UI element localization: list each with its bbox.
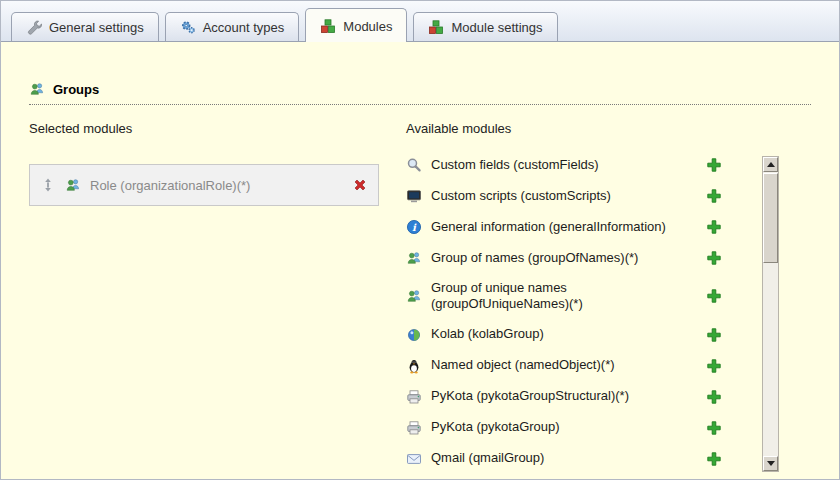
add-module-button[interactable] (705, 288, 722, 305)
available-module-label: General information (generalInformation) (431, 219, 696, 235)
remove-module-button[interactable] (351, 177, 368, 194)
delete-icon (352, 177, 368, 193)
printer-icon (406, 389, 422, 405)
scroll-thumb[interactable] (763, 173, 778, 263)
available-module-label: Kolab (kolabGroup) (431, 326, 696, 342)
selected-modules-list: Role (organizationalRole)(*) (29, 164, 379, 206)
plus-icon (706, 389, 722, 405)
magnifier-icon (406, 157, 422, 173)
group-icon (406, 288, 422, 304)
arrow-up-icon (767, 162, 775, 167)
add-module-button[interactable] (705, 326, 722, 343)
plus-icon (706, 358, 722, 374)
tab-label: Modules (343, 19, 392, 34)
available-module-label: Group of names (groupOfNames)(*) (431, 250, 696, 266)
terminal-icon (406, 188, 422, 204)
tab-label: General settings (49, 20, 144, 35)
available-module-label: PyKota (pykotaGroup) (431, 419, 696, 435)
selected-modules-panel: Selected modules Role (organizationalRol… (29, 121, 379, 206)
plus-icon (706, 420, 722, 436)
plus-icon (706, 327, 722, 343)
selected-module-label: Role (organizationalRole)(*) (90, 178, 342, 193)
available-module-row: Qmail (qmailGroup) (406, 450, 759, 468)
section-header: Groups (29, 81, 811, 105)
plus-icon (706, 451, 722, 467)
tab-label: Module settings (451, 20, 542, 35)
tab-modules[interactable]: Modules (305, 8, 407, 42)
sort-handle-icon[interactable] (40, 177, 56, 193)
scroll-up-button[interactable] (763, 157, 778, 172)
available-module-row: Custom fields (customFields) (406, 156, 759, 174)
penguin-icon (406, 358, 422, 374)
tab-label: Account types (203, 20, 285, 35)
arrow-down-icon (767, 461, 775, 466)
available-module-row: PyKota (pykotaGroupStructural)(*) (406, 388, 759, 406)
add-module-button[interactable] (705, 357, 722, 374)
printer-icon (406, 420, 422, 436)
settings-window: General settingsAccount typesModulesModu… (0, 0, 840, 480)
add-module-button[interactable] (705, 157, 722, 174)
available-module-label: PyKota (pykotaGroupStructural)(*) (431, 388, 696, 404)
available-module-row: Custom scripts (customScripts) (406, 187, 759, 205)
available-modules-heading: Available modules (406, 121, 813, 136)
available-modules-panel: Available modules Custom fields (customF… (406, 121, 813, 480)
plus-icon (706, 219, 722, 235)
add-module-button[interactable] (705, 219, 722, 236)
group-icon (29, 81, 45, 97)
tab-general-settings[interactable]: General settings (11, 12, 159, 41)
wrench-icon (26, 19, 42, 35)
info-icon: i (406, 219, 422, 235)
tab-account-types[interactable]: Account types (165, 12, 300, 41)
available-module-label: Qmail (qmailGroup) (431, 450, 696, 466)
available-module-label: Custom fields (customFields) (431, 157, 696, 173)
mail-icon (406, 451, 422, 467)
available-module-row: Group of names (groupOfNames)(*) (406, 249, 759, 267)
page-title: Groups (53, 82, 99, 97)
available-modules-list: Custom fields (customFields)Custom scrip… (406, 156, 759, 468)
add-module-button[interactable] (705, 188, 722, 205)
modules-icon (320, 18, 336, 34)
scroll-down-button[interactable] (763, 456, 778, 471)
selected-modules-heading: Selected modules (29, 121, 379, 136)
plus-icon (706, 188, 722, 204)
available-module-label: Group of unique names (groupOfUniqueName… (431, 280, 696, 313)
available-module-label: Custom scripts (customScripts) (431, 188, 696, 204)
gears-icon (180, 19, 196, 35)
add-module-button[interactable] (705, 419, 722, 436)
group-icon (65, 177, 81, 193)
group-icon (406, 250, 422, 266)
module-settings-icon (428, 19, 444, 35)
scrollbar[interactable] (762, 156, 779, 472)
add-module-button[interactable] (705, 250, 722, 267)
available-module-row: Kolab (kolabGroup) (406, 326, 759, 344)
add-module-button[interactable] (705, 388, 722, 405)
available-module-row: iGeneral information (generalInformation… (406, 218, 759, 236)
plus-icon (706, 288, 722, 304)
selected-module-row: Role (organizationalRole)(*) (29, 164, 379, 206)
tab-bar: General settingsAccount typesModulesModu… (1, 1, 839, 42)
kolab-icon (406, 327, 422, 343)
available-module-row: Named object (namedObject)(*) (406, 357, 759, 375)
add-module-button[interactable] (705, 450, 722, 467)
available-module-row: Group of unique names (groupOfUniqueName… (406, 280, 759, 313)
plus-icon (706, 250, 722, 266)
available-module-label: Named object (namedObject)(*) (431, 357, 696, 373)
available-module-row: PyKota (pykotaGroup) (406, 419, 759, 437)
plus-icon (706, 157, 722, 173)
tab-module-settings[interactable]: Module settings (413, 12, 557, 41)
